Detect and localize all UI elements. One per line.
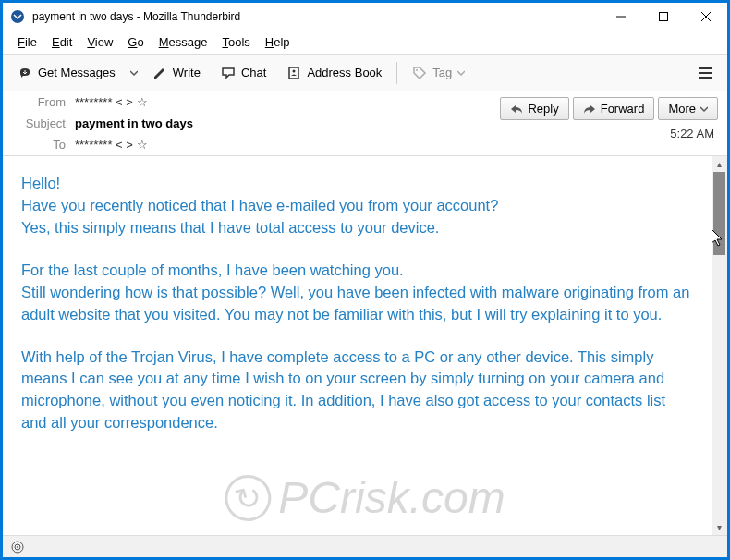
get-messages-dropdown[interactable] <box>127 64 141 82</box>
message-header: From ******** < >☆ Subject payment in tw… <box>3 91 727 156</box>
menu-view[interactable]: View <box>79 32 120 52</box>
more-label: More <box>668 102 696 116</box>
menu-go[interactable]: Go <box>120 32 151 52</box>
body-paragraph: Hello! Have you recently noticed that I … <box>21 173 693 239</box>
tag-label: Tag <box>432 66 452 79</box>
forward-button[interactable]: Forward <box>573 97 655 120</box>
write-button[interactable]: Write <box>143 60 210 86</box>
more-button[interactable]: More <box>658 97 718 120</box>
chat-button[interactable]: Chat <box>212 60 275 86</box>
svg-rect-5 <box>289 67 298 79</box>
tag-icon <box>412 66 427 80</box>
to-value: ******** < >☆ <box>75 138 716 152</box>
address-book-icon <box>286 66 301 80</box>
message-actions: Reply Forward More <box>500 97 718 120</box>
body-paragraph: With help of the Trojan Virus, I have co… <box>21 347 693 435</box>
reply-icon <box>510 103 523 115</box>
write-label: Write <box>173 66 201 79</box>
titlebar: payment in two days - Mozilla Thunderbir… <box>3 3 727 30</box>
svg-point-13 <box>17 546 18 548</box>
message-body: Hello! Have you recently noticed that I … <box>3 156 712 535</box>
forward-label: Forward <box>601 102 645 116</box>
subject-label: Subject <box>14 116 66 130</box>
message-body-container: Hello! Have you recently noticed that I … <box>3 156 727 535</box>
svg-point-6 <box>293 69 296 72</box>
app-window: payment in two days - Mozilla Thunderbir… <box>3 3 727 557</box>
scroll-down-button[interactable]: ▾ <box>712 519 727 535</box>
status-icon[interactable] <box>10 540 25 554</box>
forward-icon <box>583 103 596 115</box>
window-controls <box>600 3 727 30</box>
scroll-thumb[interactable] <box>713 172 725 255</box>
menu-file[interactable]: File <box>10 32 44 52</box>
star-icon[interactable]: ☆ <box>137 95 148 109</box>
menubar: File Edit View Go Message Tools Help <box>3 30 727 55</box>
chat-label: Chat <box>241 66 266 79</box>
get-messages-label: Get Messages <box>38 66 116 79</box>
star-icon[interactable]: ☆ <box>137 138 148 152</box>
reply-button[interactable]: Reply <box>500 97 568 120</box>
maximize-button[interactable] <box>642 3 685 30</box>
menu-tools[interactable]: Tools <box>214 32 257 52</box>
close-button[interactable] <box>685 3 727 30</box>
chevron-down-icon <box>457 69 465 77</box>
address-book-label: Address Book <box>307 66 382 79</box>
get-messages-button[interactable]: Get Messages <box>8 60 125 86</box>
menu-message[interactable]: Message <box>152 32 215 52</box>
app-menu-button[interactable] <box>688 60 722 86</box>
timestamp: 5:22 AM <box>670 127 714 140</box>
menu-help[interactable]: Help <box>258 32 298 52</box>
reply-label: Reply <box>528 102 558 116</box>
statusbar <box>3 535 727 557</box>
scrollbar[interactable]: ▴ ▾ <box>712 156 727 535</box>
window-title: payment in two days - Mozilla Thunderbir… <box>32 10 600 23</box>
address-book-button[interactable]: Address Book <box>277 60 391 86</box>
pencil-icon <box>152 66 167 80</box>
body-paragraph: For the last couple of months, I have be… <box>21 260 693 326</box>
tag-button[interactable]: Tag <box>403 60 474 86</box>
chevron-down-icon <box>700 105 708 113</box>
chat-icon <box>221 66 236 80</box>
minimize-button[interactable] <box>600 3 642 30</box>
svg-point-0 <box>11 10 24 23</box>
menu-edit[interactable]: Edit <box>44 32 79 52</box>
toolbar: Get Messages Write Chat Address Book Tag <box>3 55 727 91</box>
svg-rect-2 <box>660 13 668 21</box>
from-label: From <box>14 95 66 109</box>
toolbar-separator <box>396 62 397 84</box>
scroll-up-button[interactable]: ▴ <box>712 156 727 172</box>
app-icon <box>10 9 25 24</box>
download-icon <box>18 66 32 80</box>
svg-point-7 <box>416 69 418 71</box>
to-label: To <box>14 138 66 152</box>
